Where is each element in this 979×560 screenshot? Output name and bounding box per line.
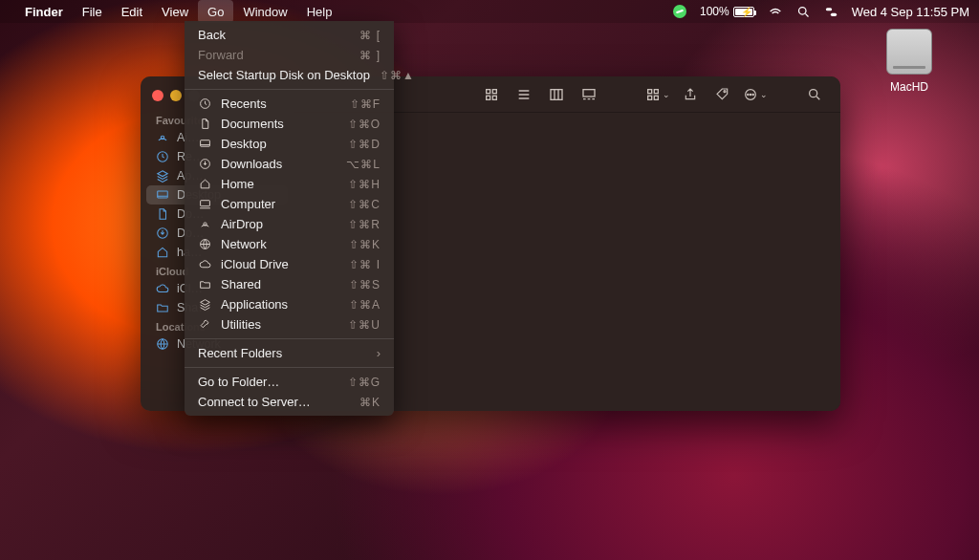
- menu-item-shortcut: ⇧⌘ I: [349, 258, 381, 271]
- menu-back[interactable]: Back ⌘ [: [185, 25, 394, 45]
- menu-item-label: Applications: [221, 297, 339, 312]
- search-button[interactable]: [802, 84, 827, 105]
- svg-rect-13: [583, 89, 595, 96]
- desktop-drive-label: MacHD: [876, 80, 943, 94]
- menu-downloads[interactable]: Downloads⌥⌘L: [185, 154, 394, 174]
- menu-shared[interactable]: Shared⇧⌘S: [185, 274, 394, 294]
- menu-item-shortcut: ⇧⌘F: [350, 97, 381, 111]
- menubar: Finder File Edit View Go Window Help 100…: [0, 0, 979, 23]
- airdrop-icon: [198, 218, 211, 230]
- menu-separator: [185, 338, 394, 339]
- menubar-view[interactable]: View: [152, 0, 198, 23]
- menu-item-label: Computer: [221, 197, 338, 211]
- menu-documents[interactable]: Documents⇧⌘O: [185, 114, 394, 134]
- svg-rect-16: [648, 96, 652, 99]
- menu-desktop[interactable]: Desktop⇧⌘D: [185, 134, 394, 154]
- minimize-button[interactable]: [170, 90, 182, 101]
- menu-connect-server[interactable]: Connect to Server… ⌘K: [185, 392, 394, 412]
- menu-item-shortcut: ⌥⌘L: [346, 158, 381, 171]
- menu-item-label: Network: [221, 237, 339, 251]
- menubar-file[interactable]: File: [73, 0, 112, 23]
- menu-startup-disk[interactable]: Select Startup Disk on Desktop ⇧⌘▲: [185, 65, 394, 85]
- svg-rect-9: [492, 89, 496, 93]
- group-button[interactable]: ⌄: [645, 84, 670, 105]
- globe-icon: [198, 238, 211, 250]
- hard-drive-icon: [886, 29, 932, 75]
- control-center-icon[interactable]: [824, 5, 838, 19]
- view-gallery-button[interactable]: [577, 84, 601, 105]
- menu-item-label: Desktop: [221, 137, 338, 151]
- menubar-clock[interactable]: Wed 4 Sep 11:55 PM: [852, 5, 969, 19]
- battery-icon: ⚡: [733, 7, 754, 17]
- menu-icloud drive[interactable]: iCloud Drive⇧⌘ I: [185, 254, 394, 274]
- menu-computer[interactable]: Computer⇧⌘C: [185, 194, 394, 214]
- menubar-app-name[interactable]: Finder: [15, 0, 73, 23]
- menu-item-label: iCloud Drive: [221, 257, 339, 271]
- view-columns-button[interactable]: [544, 84, 569, 105]
- home-icon: [156, 246, 169, 259]
- action-button[interactable]: ⌄: [743, 84, 768, 105]
- spotlight-icon[interactable]: [796, 5, 811, 19]
- menu-item-shortcut: ⇧⌘A: [349, 298, 381, 312]
- download-icon: [156, 226, 169, 240]
- menu-recent-folders[interactable]: Recent Folders ›: [185, 343, 394, 363]
- battery-percent: 100%: [700, 5, 729, 18]
- view-icons-button[interactable]: [479, 84, 504, 105]
- tags-button[interactable]: [710, 84, 735, 105]
- svg-rect-15: [654, 89, 658, 93]
- close-button[interactable]: [152, 90, 163, 101]
- svg-rect-17: [654, 96, 658, 99]
- go-menu-dropdown: Back ⌘ [ Forward ⌘ ] Select Startup Disk…: [185, 21, 394, 416]
- svg-rect-1: [826, 8, 832, 11]
- menu-item-label: Documents: [221, 117, 338, 131]
- menu-separator: [185, 367, 394, 368]
- menu-home[interactable]: Home⇧⌘H: [185, 174, 394, 194]
- svg-rect-5: [158, 191, 168, 198]
- menu-item-label: Utilities: [221, 317, 338, 332]
- svg-rect-14: [648, 89, 652, 93]
- svg-rect-8: [487, 89, 490, 93]
- share-button[interactable]: [678, 84, 703, 105]
- folder-icon: [198, 278, 211, 291]
- svg-point-20: [748, 94, 749, 95]
- menu-applications[interactable]: Applications⇧⌘A: [185, 294, 394, 314]
- menu-separator: [185, 89, 394, 90]
- globe-icon: [156, 337, 169, 351]
- download-icon: [198, 158, 211, 170]
- menu-item-shortcut: ⇧⌘S: [349, 278, 381, 291]
- apps-icon: [198, 298, 211, 311]
- svg-rect-12: [551, 89, 562, 99]
- menubar-help[interactable]: Help: [297, 0, 342, 23]
- menu-recents[interactable]: Recents⇧⌘F: [185, 94, 394, 114]
- view-list-button[interactable]: [511, 84, 536, 105]
- menubar-edit[interactable]: Edit: [112, 0, 152, 23]
- clock-icon: [156, 150, 169, 163]
- wifi-icon[interactable]: [768, 4, 783, 19]
- cloud-icon: [198, 258, 211, 270]
- menubar-go[interactable]: Go: [198, 0, 233, 23]
- submenu-arrow-icon: ›: [377, 346, 381, 360]
- apps-icon: [156, 169, 169, 183]
- home-icon: [198, 178, 211, 190]
- menu-item-label: Recents: [221, 97, 340, 111]
- clock-icon: [198, 97, 211, 110]
- svg-rect-11: [492, 96, 496, 99]
- desktop-icon: [156, 188, 169, 202]
- menu-utilities[interactable]: Utilities⇧⌘U: [185, 314, 394, 334]
- desktop-icon: [198, 138, 211, 150]
- menu-go-to-folder[interactable]: Go to Folder… ⇧⌘G: [185, 372, 394, 392]
- svg-point-0: [798, 7, 806, 14]
- svg-rect-2: [831, 12, 837, 15]
- folder-icon: [156, 301, 169, 314]
- menu-airdrop[interactable]: AirDrop⇧⌘R: [185, 214, 394, 234]
- menu-item-shortcut: ⇧⌘C: [348, 198, 381, 211]
- svg-point-18: [724, 90, 726, 92]
- battery-status[interactable]: 100% ⚡: [700, 5, 754, 18]
- desktop-drive-icon[interactable]: MacHD: [876, 29, 943, 94]
- menu-network[interactable]: Network⇧⌘K: [185, 234, 394, 254]
- menubar-window[interactable]: Window: [233, 0, 296, 23]
- menu-forward: Forward ⌘ ]: [185, 45, 394, 65]
- status-indicator-icon[interactable]: [673, 5, 686, 18]
- svg-rect-25: [200, 140, 209, 147]
- svg-point-22: [752, 94, 753, 95]
